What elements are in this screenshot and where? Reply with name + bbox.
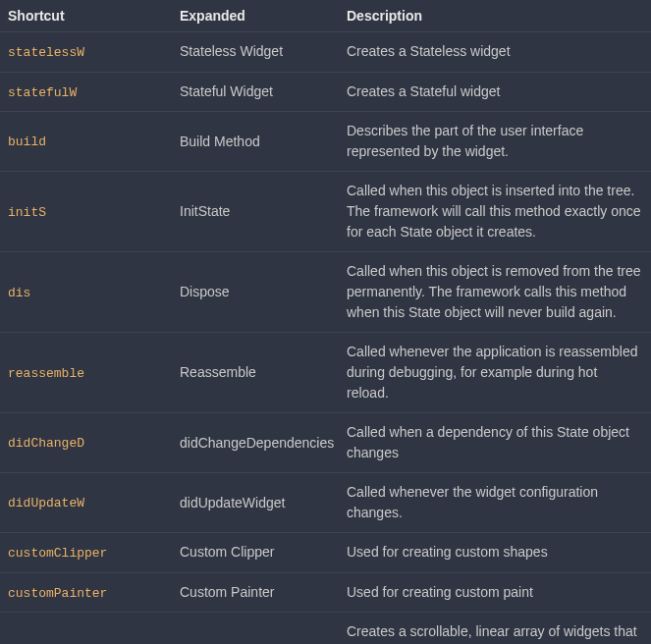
- table-row: reassembleReassembleCalled whenever the …: [0, 333, 651, 413]
- table-row: initSInitStateCalled when this object is…: [0, 172, 651, 252]
- cell-expanded: Custom Clipper: [172, 533, 339, 573]
- cell-description: Called when this object is removed from …: [339, 252, 651, 333]
- cell-description: Called when this object is inserted into…: [339, 172, 651, 252]
- table-row: didChangeDdidChangeDependenciesCalled wh…: [0, 413, 651, 473]
- cell-expanded: Build Method: [172, 112, 339, 172]
- header-expanded: Expanded: [172, 0, 339, 32]
- cell-description: Called whenever the application is reass…: [339, 333, 651, 413]
- cell-shortcut: didChangeD: [0, 413, 172, 473]
- table-row: customPainterCustom PainterUsed for crea…: [0, 572, 651, 613]
- description-text: Creates a scrollable, linear array of wi…: [347, 623, 637, 644]
- table-row: listViewBListView.BuilderCreates a scrol…: [0, 613, 651, 645]
- cell-description: Called whenever the widget configuration…: [339, 473, 651, 533]
- table-row: disDisposeCalled when this object is rem…: [0, 252, 651, 333]
- cell-shortcut: build: [0, 112, 172, 172]
- cell-shortcut: initS: [0, 172, 172, 252]
- shortcut-code: statelessW: [8, 45, 84, 60]
- cell-shortcut: statefulW: [0, 72, 172, 112]
- table-row: statefulWStateful WidgetCreates a Statef…: [0, 72, 651, 112]
- cell-description: Used for creating custom paint: [339, 572, 651, 613]
- table-row: customClipperCustom ClipperUsed for crea…: [0, 533, 651, 573]
- table-row: buildBuild MethodDescribes the part of t…: [0, 112, 651, 172]
- shortcut-code: customPainter: [8, 586, 107, 601]
- cell-description: Called when a dependency of this State o…: [339, 413, 651, 473]
- shortcut-code: dis: [8, 286, 30, 300]
- table-header-row: Shortcut Expanded Description: [0, 0, 651, 32]
- snippets-table: Shortcut Expanded Description statelessW…: [0, 0, 651, 644]
- table-row: didUpdateWdidUpdateWidgetCalled whenever…: [0, 473, 651, 533]
- shortcut-code: initS: [8, 205, 46, 220]
- cell-expanded: Custom Painter: [172, 572, 339, 613]
- cell-description: Creates a Stateless widget: [339, 32, 651, 73]
- shortcut-code: customClipper: [8, 546, 107, 561]
- cell-expanded: Stateless Widget: [172, 32, 339, 73]
- cell-expanded: Dispose: [172, 252, 339, 333]
- cell-shortcut: dis: [0, 252, 172, 333]
- cell-expanded: Stateful Widget: [172, 72, 339, 112]
- cell-shortcut: customPainter: [0, 572, 172, 613]
- cell-description: Creates a scrollable, linear array of wi…: [339, 613, 651, 645]
- cell-shortcut: listViewB: [0, 613, 172, 645]
- header-description: Description: [339, 0, 651, 32]
- shortcut-code: didUpdateW: [8, 496, 84, 510]
- cell-description: Creates a Stateful widget: [339, 72, 651, 112]
- cell-shortcut: didUpdateW: [0, 473, 172, 533]
- header-shortcut: Shortcut: [0, 0, 172, 32]
- cell-shortcut: statelessW: [0, 32, 172, 73]
- cell-expanded: didUpdateWidget: [172, 473, 339, 533]
- cell-shortcut: customClipper: [0, 533, 172, 573]
- shortcut-code: didChangeD: [8, 436, 84, 451]
- cell-expanded: Reassemble: [172, 333, 339, 413]
- shortcut-code: build: [8, 134, 46, 149]
- shortcut-code: statefulW: [8, 85, 77, 100]
- cell-shortcut: reassemble: [0, 333, 172, 413]
- shortcut-code: reassemble: [8, 366, 84, 381]
- cell-description: Describes the part of the user interface…: [339, 112, 651, 172]
- cell-expanded: didChangeDependencies: [172, 413, 339, 473]
- cell-expanded: InitState: [172, 172, 339, 252]
- cell-description: Used for creating custom shapes: [339, 533, 651, 573]
- cell-expanded: ListView.Builder: [172, 613, 339, 645]
- table-row: statelessWStateless WidgetCreates a Stat…: [0, 32, 651, 73]
